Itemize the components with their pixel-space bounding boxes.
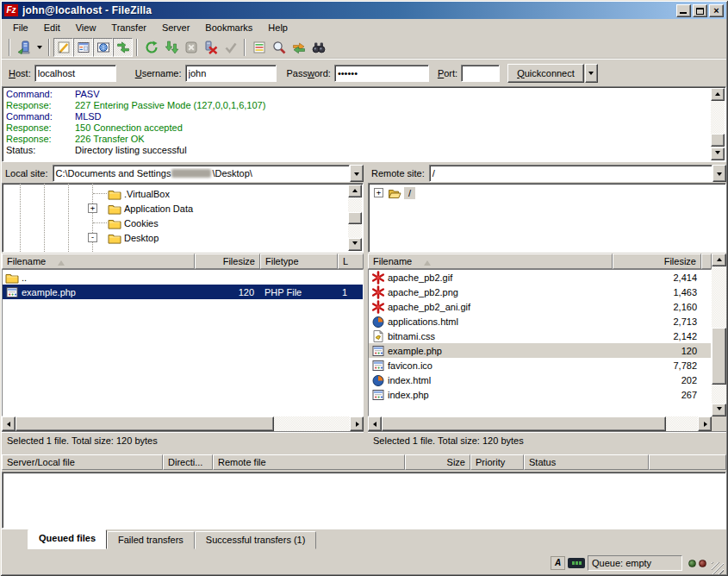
find-files-button[interactable]	[308, 38, 328, 57]
refresh-button[interactable]	[141, 38, 161, 57]
toggle-queue-view-button[interactable]	[113, 38, 133, 57]
local-path-dropdown[interactable]	[350, 165, 364, 182]
reconnect-button[interactable]	[221, 38, 240, 57]
scroll-up-button[interactable]	[348, 185, 362, 197]
tree-item-desktop[interactable]: - Desktop	[3, 230, 363, 245]
column-header-modified[interactable]: L	[338, 254, 364, 269]
file-list-panes: Filename Filesize Filetype L .. example.…	[2, 253, 726, 431]
resize-grip[interactable]	[712, 562, 724, 574]
log-scrollbar[interactable]	[711, 88, 725, 160]
remote-list-hscrollbar[interactable]	[368, 416, 712, 431]
site-manager-dropdown[interactable]	[34, 38, 45, 57]
file-row[interactable]: index.php 267	[369, 387, 711, 402]
toggle-local-tree-button[interactable]	[73, 38, 93, 57]
column-header-filename[interactable]: Filename	[368, 254, 613, 269]
port-input[interactable]	[461, 65, 500, 82]
toggle-message-log-button[interactable]	[53, 38, 73, 57]
menu-server[interactable]: Server	[154, 21, 197, 34]
file-row[interactable]: applications.html 2,713	[369, 314, 711, 329]
scroll-up-button[interactable]	[711, 88, 725, 101]
site-manager-button[interactable]	[14, 38, 34, 57]
file-row-selected[interactable]: example.php 120	[369, 343, 711, 358]
file-row[interactable]: index.html 202	[369, 373, 711, 387]
file-row[interactable]: apache_pb2.png 1,463	[369, 285, 711, 299]
expand-icon[interactable]: +	[374, 188, 383, 197]
scroll-left-button[interactable]	[2, 416, 16, 431]
tab-failed-transfers[interactable]: Failed transfers	[107, 531, 195, 549]
process-queue-button[interactable]	[161, 38, 181, 57]
scroll-thumb[interactable]	[712, 328, 726, 385]
local-list-hscrollbar[interactable]	[2, 416, 364, 431]
scroll-right-button[interactable]	[350, 416, 364, 431]
file-row[interactable]: apache_pb2_ani.gif 2,160	[369, 299, 711, 314]
message-log: Command:PASV Response:227 Entering Passi…	[2, 86, 726, 162]
file-row-example-php[interactable]: example.php 120 PHP File 1	[3, 285, 363, 299]
minimize-button[interactable]	[676, 4, 691, 17]
tab-queued-files[interactable]: Queued files	[28, 529, 107, 549]
scroll-right-button[interactable]	[698, 416, 712, 431]
column-header-status[interactable]: Status	[524, 454, 649, 470]
column-header-filetype[interactable]: Filetype	[260, 254, 338, 269]
disconnect-button[interactable]	[201, 38, 221, 57]
scroll-down-button[interactable]	[711, 147, 725, 160]
scroll-up-button[interactable]	[712, 254, 726, 266]
column-header-direction[interactable]: Directi...	[163, 454, 213, 470]
local-path-combobox[interactable]: C:\Documents and Settings\Desktop\	[53, 165, 350, 182]
scroll-thumb[interactable]	[16, 416, 274, 431]
file-row-parent-dir[interactable]: ..	[3, 270, 363, 285]
icon-file-icon	[371, 359, 385, 373]
host-input[interactable]	[34, 65, 116, 82]
synchronized-browsing-button[interactable]	[289, 38, 308, 57]
quickconnect-button[interactable]: Quickconnect	[507, 64, 584, 83]
queue-list[interactable]	[2, 472, 726, 529]
remote-path-dropdown[interactable]	[712, 165, 726, 182]
local-tree-scrollbar[interactable]	[348, 185, 362, 251]
scroll-thumb[interactable]	[711, 134, 725, 147]
maximize-button[interactable]	[693, 4, 707, 17]
file-row[interactable]: apache_pb2.gif 2,414	[369, 270, 711, 285]
column-header-server-local-file[interactable]: Server/Local file	[2, 454, 163, 470]
tree-item-application-data[interactable]: + Application Data	[3, 201, 363, 216]
tab-successful-transfers[interactable]: Successful transfers (1)	[195, 531, 317, 549]
toggle-remote-tree-button[interactable]	[93, 38, 113, 57]
menu-view[interactable]: View	[68, 21, 104, 34]
menu-edit[interactable]: Edit	[36, 21, 68, 34]
tree-item-cookies[interactable]: Cookies	[3, 216, 363, 230]
close-button[interactable]: ×	[709, 4, 724, 17]
arrow-down-icon	[352, 241, 358, 247]
menu-transfer[interactable]: Transfer	[103, 21, 154, 34]
file-row[interactable]: favicon.ico 7,782	[369, 358, 711, 373]
remote-path-combobox[interactable]: /	[429, 165, 712, 182]
directory-filter-button[interactable]	[249, 38, 269, 57]
column-header-filesize[interactable]: Filesize	[195, 254, 260, 269]
column-header-remote-file[interactable]: Remote file	[213, 454, 405, 470]
scroll-down-button[interactable]	[712, 404, 726, 416]
file-row[interactable]: bitnami.css 2,142	[369, 329, 711, 343]
column-header-filesize[interactable]: Filesize	[613, 254, 702, 269]
menu-file[interactable]: File	[5, 21, 36, 34]
scroll-down-button[interactable]	[348, 238, 362, 251]
cancel-operation-button[interactable]	[181, 38, 201, 57]
menu-help[interactable]: Help	[260, 21, 296, 34]
process-queue-icon	[165, 41, 178, 54]
tree-item-root[interactable]: + /	[369, 185, 725, 201]
quickconnect-dropdown[interactable]	[585, 64, 598, 83]
scroll-thumb[interactable]	[382, 416, 666, 431]
title-bar[interactable]: Fz john@localhost - FileZilla ×	[2, 2, 726, 19]
scroll-left-button[interactable]	[368, 416, 382, 431]
menu-bookmarks[interactable]: Bookmarks	[197, 21, 260, 34]
log-line: Command:PASV	[3, 89, 725, 100]
close-icon: ×	[710, 5, 723, 16]
column-header-filename[interactable]: Filename	[2, 254, 195, 269]
password-input[interactable]	[334, 65, 429, 82]
expand-icon[interactable]: +	[88, 203, 97, 213]
username-input[interactable]	[185, 65, 277, 82]
column-header-size[interactable]: Size	[405, 454, 470, 470]
scroll-thumb[interactable]	[348, 212, 362, 224]
site-manager-icon	[17, 41, 31, 54]
tree-item-virtualbox[interactable]: .VirtualBox	[3, 186, 363, 201]
column-header-priority[interactable]: Priority	[470, 454, 524, 470]
remote-list-vscrollbar[interactable]	[712, 254, 726, 416]
collapse-icon[interactable]: -	[88, 233, 97, 242]
directory-comparison-button[interactable]	[269, 38, 289, 57]
